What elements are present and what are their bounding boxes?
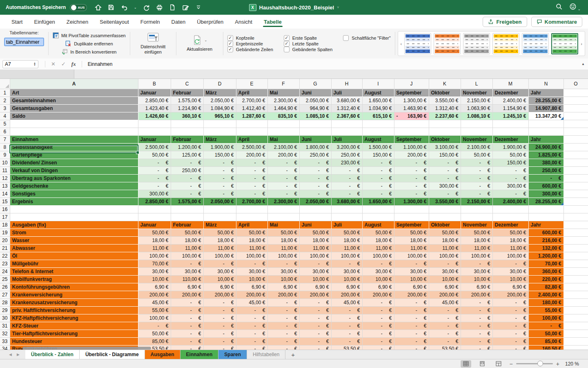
cell-M12[interactable]: -€ (492, 174, 528, 182)
cell-O24[interactable] (564, 267, 588, 275)
cell-H4[interactable]: 2.367,60 € (331, 112, 362, 120)
cell-L18[interactable]: November (461, 221, 492, 229)
cell-J31[interactable]: -€ (394, 322, 429, 330)
zoom-level[interactable]: 120 % (565, 361, 579, 367)
column-header-M[interactable]: M (492, 79, 528, 89)
cell-H11[interactable]: -€ (331, 166, 362, 174)
cell-H16[interactable] (331, 205, 362, 213)
cell-H13[interactable]: -€ (331, 182, 362, 190)
ribbon-tab-zeichnen[interactable]: Zeichnen (62, 16, 93, 27)
sheet-tab-sparen[interactable]: Sparen (218, 350, 247, 359)
row-header-23[interactable]: 23 (0, 260, 10, 267)
cell-N5[interactable] (528, 120, 564, 128)
cell-K11[interactable]: -€ (429, 166, 461, 174)
cell-H19[interactable]: 50,00 € (331, 229, 362, 236)
cell-N1[interactable]: Jahr (528, 89, 564, 96)
cell-D33[interactable]: -€ (203, 337, 236, 345)
row-header-6[interactable]: 6 (0, 128, 10, 135)
row-header-20[interactable]: 20 (0, 236, 10, 244)
column-header-H[interactable]: H (331, 79, 362, 89)
cell-A10[interactable]: Dividenden/ Zinsen (10, 159, 138, 166)
table-style-yellow[interactable] (492, 33, 519, 54)
cell-B2[interactable]: 2.850,00 € (138, 96, 171, 104)
cell-K20[interactable]: 18,00 € (429, 236, 461, 244)
cell-N23[interactable]: 70,00 € (528, 260, 564, 267)
cell-C28[interactable]: -€ (171, 298, 203, 306)
cell-I15[interactable]: 1.650,00 € (362, 197, 394, 205)
cell-D16[interactable] (203, 205, 236, 213)
cell-M7[interactable]: Dezember (492, 135, 528, 143)
cell-G3[interactable]: 964,90 € (299, 104, 331, 112)
cell-L20[interactable]: 18,00 € (461, 236, 492, 244)
cell-G30[interactable]: -€ (299, 314, 331, 322)
ribbon-tab-tabelle[interactable]: Tabelle (259, 16, 287, 27)
row-header-9[interactable]: 9 (0, 151, 10, 159)
cell-G22[interactable]: 100,00 € (299, 252, 331, 260)
cell-H1[interactable]: Juli (331, 89, 362, 96)
cell-M28[interactable]: -€ (492, 298, 528, 306)
cell-C30[interactable]: -€ (171, 314, 203, 322)
cell-O6[interactable] (564, 128, 588, 135)
cell-D20[interactable]: 18,00 € (203, 236, 236, 244)
cell-C1[interactable]: Februar (171, 89, 203, 96)
cell-D2[interactable]: 2.050,00 € (203, 96, 236, 104)
confirm-entry-icon[interactable]: ✓ (61, 61, 66, 67)
cell-M22[interactable]: 100,00 € (492, 252, 528, 260)
cell-O14[interactable] (564, 190, 588, 197)
cell-O10[interactable] (564, 159, 588, 166)
cell-O11[interactable] (564, 166, 588, 174)
cell-B4[interactable]: 1.426,60 € (138, 112, 171, 120)
cell-H32[interactable]: -€ (331, 330, 362, 337)
cell-C31[interactable]: -€ (171, 322, 203, 330)
cell-G27[interactable]: 200,00 € (299, 291, 331, 298)
cell-G32[interactable]: -€ (299, 330, 331, 337)
cell-E4[interactable]: 1.287,60 € (236, 112, 267, 120)
cell-D5[interactable] (203, 120, 236, 128)
cell-A27[interactable]: Krankenversicherung (10, 291, 138, 298)
cell-G34[interactable]: -€ (299, 345, 331, 350)
save-icon[interactable] (107, 4, 115, 11)
cell-D10[interactable]: -€ (203, 159, 236, 166)
cell-C24[interactable]: 30,00 € (171, 267, 203, 275)
cell-F5[interactable] (267, 120, 299, 128)
cell-D6[interactable] (203, 128, 236, 135)
cell-G21[interactable]: 11,00 € (299, 244, 331, 252)
cell-C4[interactable]: 360,10 € (171, 112, 203, 120)
cell-J4[interactable]: -163,90 € (394, 112, 429, 120)
cell-C21[interactable]: 11,00 € (171, 244, 203, 252)
cell-J14[interactable]: -€ (394, 190, 429, 197)
cell-A1[interactable]: Art (10, 89, 138, 96)
row-header-14[interactable]: 14 (0, 190, 10, 197)
cell-K18[interactable]: Oktober (429, 221, 461, 229)
cell-A19[interactable]: Strom (10, 229, 138, 236)
cell-N13[interactable]: 600,00 € (528, 182, 564, 190)
cell-D31[interactable]: -€ (203, 322, 236, 330)
comments-button[interactable]: Kommentare (531, 17, 582, 27)
cell-H22[interactable]: 100,00 € (331, 252, 362, 260)
cell-K7[interactable]: Oktober (429, 135, 461, 143)
horizontal-scrollbar[interactable] (22, 347, 151, 350)
cell-L5[interactable] (461, 120, 492, 128)
cell-L11[interactable]: -€ (461, 166, 492, 174)
cell-L30[interactable]: -€ (461, 314, 492, 322)
cell-N9[interactable]: 1.825,00 € (528, 151, 564, 159)
cell-A33[interactable]: Hundesteuer (10, 337, 138, 345)
cell-N15[interactable]: 28.255,00 € (528, 197, 564, 205)
column-header-D[interactable]: D (203, 79, 236, 89)
cell-I25[interactable]: 10,00 € (362, 275, 394, 283)
ribbon-tab-seitenlayout[interactable]: Seitenlayout (95, 16, 134, 27)
cell-L31[interactable]: -€ (461, 322, 492, 330)
cell-C11[interactable]: 250,00 € (171, 166, 203, 174)
cell-L34[interactable]: -€ (461, 345, 492, 350)
cell-G18[interactable]: Juni (299, 221, 331, 229)
table-style-green[interactable] (551, 33, 578, 54)
cell-M15[interactable]: 2.400,00 € (492, 197, 528, 205)
cell-F2[interactable]: 2.300,00 € (267, 96, 299, 104)
cell-I32[interactable]: -€ (362, 330, 394, 337)
cell-B32[interactable]: 50,00 € (138, 330, 171, 337)
cell-A18[interactable]: Ausgaben (fix) (10, 221, 138, 229)
cell-D3[interactable]: 1.084,90 € (203, 104, 236, 112)
cell-O32[interactable] (564, 330, 588, 337)
cell-I24[interactable]: 30,00 € (362, 267, 394, 275)
cell-H20[interactable]: 18,00 € (331, 236, 362, 244)
